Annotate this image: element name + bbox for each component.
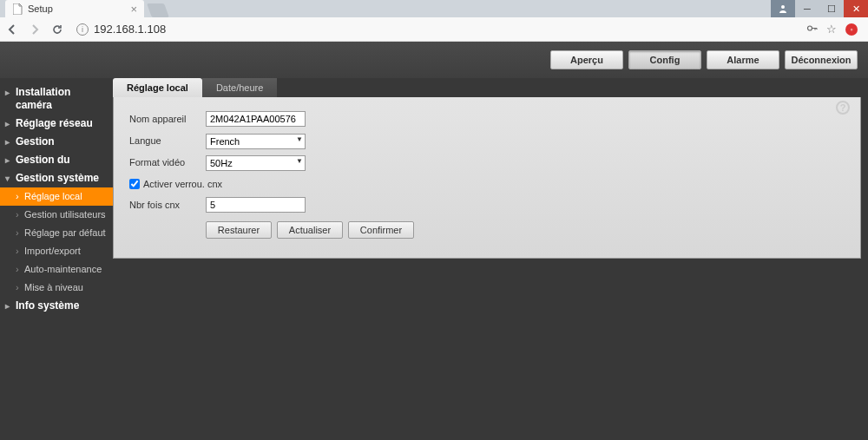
tab-title: Setup bbox=[28, 3, 53, 14]
nav-alarm[interactable]: Alarme bbox=[707, 50, 779, 69]
sidebar-sub-upgrade[interactable]: Mise à niveau bbox=[0, 279, 113, 297]
settings-panel: ? Nom appareil Langue French Format vidé… bbox=[113, 97, 861, 259]
video-format-label: Format vidéo bbox=[129, 157, 206, 167]
sidebar-item-manage2[interactable]: Gestion du bbox=[0, 151, 113, 169]
user-icon[interactable] bbox=[771, 0, 795, 17]
help-icon[interactable]: ? bbox=[836, 101, 850, 115]
svg-point-0 bbox=[781, 5, 785, 9]
sidebar-sub-default[interactable]: Réglage par défaut bbox=[0, 224, 113, 242]
lock-enable-label: Activer verrou. cnx bbox=[143, 179, 222, 189]
bookmark-icon[interactable]: ☆ bbox=[826, 23, 837, 36]
confirm-button[interactable]: Confirmer bbox=[348, 221, 414, 239]
sidebar-sub-automaint[interactable]: Auto-maintenance bbox=[0, 260, 113, 279]
refresh-button[interactable]: Actualiser bbox=[277, 221, 343, 239]
nav-logout[interactable]: Déconnexion bbox=[785, 50, 858, 69]
site-info-icon[interactable]: i bbox=[76, 23, 89, 36]
extension-icon[interactable]: ◦ bbox=[845, 23, 858, 36]
nav-preview[interactable]: Aperçu bbox=[550, 50, 623, 69]
saved-password-icon[interactable] bbox=[806, 23, 818, 36]
lock-count-input[interactable] bbox=[206, 197, 306, 213]
sidebar-item-manage[interactable]: Gestion bbox=[0, 133, 113, 151]
language-label: Langue bbox=[129, 135, 206, 146]
video-format-select[interactable]: 50Hz bbox=[206, 155, 306, 171]
browser-titlebar: Setup × ─ ☐ ✕ bbox=[0, 0, 868, 17]
forward-icon[interactable] bbox=[28, 23, 42, 36]
device-name-label: Nom appareil bbox=[129, 114, 206, 124]
tab-datetime[interactable]: Date/heure bbox=[202, 78, 277, 97]
reload-icon[interactable] bbox=[50, 23, 64, 36]
address-bar[interactable]: i 192.168.1.108 bbox=[73, 20, 798, 39]
url-text: 192.168.1.108 bbox=[94, 23, 166, 36]
content-tabs: Réglage local Date/heure bbox=[113, 78, 861, 97]
window-close[interactable]: ✕ bbox=[844, 0, 868, 17]
page-icon bbox=[12, 3, 23, 15]
language-select[interactable]: French bbox=[206, 134, 306, 149]
back-icon[interactable] bbox=[5, 23, 19, 36]
sidebar-item-system[interactable]: Gestion système bbox=[0, 169, 113, 187]
window-minimize[interactable]: ─ bbox=[795, 0, 819, 17]
nav-config[interactable]: Config bbox=[628, 50, 701, 69]
browser-tab[interactable]: Setup × bbox=[5, 0, 144, 17]
restore-button[interactable]: Restaurer bbox=[206, 221, 272, 239]
sidebar-item-camera[interactable]: Installation caméra bbox=[0, 83, 113, 115]
svg-point-1 bbox=[808, 26, 812, 30]
close-tab-icon[interactable]: × bbox=[130, 3, 137, 16]
lock-count-label: Nbr fois cnx bbox=[129, 200, 206, 210]
new-tab-button[interactable] bbox=[147, 3, 169, 17]
sidebar-sub-importexport[interactable]: Import/export bbox=[0, 242, 113, 260]
browser-toolbar: i 192.168.1.108 ☆ ◦ bbox=[0, 17, 868, 42]
sidebar: Installation caméra Réglage réseau Gesti… bbox=[0, 78, 113, 440]
device-name-input[interactable] bbox=[206, 111, 306, 127]
sidebar-sub-local[interactable]: Réglage local bbox=[0, 187, 113, 206]
tab-local-settings[interactable]: Réglage local bbox=[113, 78, 202, 97]
window-maximize[interactable]: ☐ bbox=[819, 0, 844, 17]
lock-enable-checkbox[interactable] bbox=[129, 179, 140, 189]
sidebar-item-info[interactable]: Info système bbox=[0, 297, 113, 315]
app-header: Aperçu Config Alarme Déconnexion bbox=[0, 42, 868, 78]
sidebar-sub-users[interactable]: Gestion utilisateurs bbox=[0, 206, 113, 224]
sidebar-item-network[interactable]: Réglage réseau bbox=[0, 115, 113, 133]
